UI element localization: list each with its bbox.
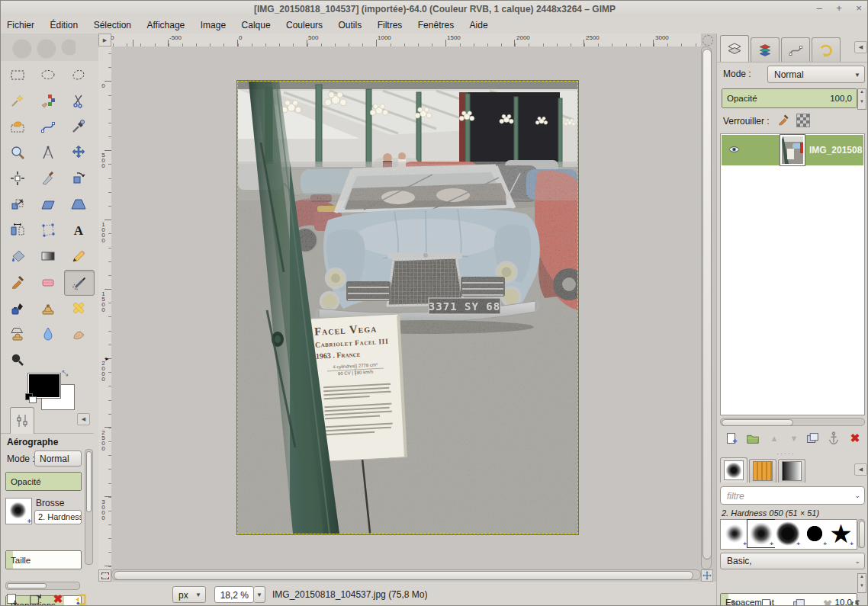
new-brush-button[interactable] bbox=[757, 596, 776, 606]
move-tool[interactable] bbox=[64, 140, 93, 165]
tab-layers[interactable] bbox=[720, 35, 749, 62]
gradient-tool[interactable] bbox=[34, 244, 63, 268]
zoom-follow-window-toggle[interactable] bbox=[702, 35, 713, 46]
layer-opacity-spinner[interactable]: ▲▼ bbox=[857, 88, 866, 110]
cage-transform-tool[interactable] bbox=[34, 218, 63, 242]
delete-layer-button[interactable]: ✖ bbox=[845, 430, 865, 447]
heal-tool[interactable] bbox=[64, 296, 93, 320]
pencil-tool[interactable] bbox=[64, 244, 93, 268]
menu-fichier[interactable]: Fichier bbox=[1, 18, 40, 30]
menu-aide[interactable]: Aide bbox=[464, 18, 494, 30]
tab-brushes[interactable] bbox=[720, 457, 747, 483]
brush-hardness-075[interactable]: + bbox=[774, 520, 801, 547]
edit-brush-button[interactable]: ✎ bbox=[725, 596, 744, 606]
tab-channels[interactable] bbox=[751, 37, 780, 62]
layer-thumbnail[interactable] bbox=[780, 135, 805, 165]
measure-tool[interactable] bbox=[34, 140, 63, 165]
image-canvas[interactable]: 3371 SY 68 Facel Vega Cabriolet Facel II… bbox=[111, 46, 701, 569]
paintbrush-tool[interactable] bbox=[3, 270, 32, 294]
opacity-slider[interactable]: Opacité bbox=[5, 472, 82, 491]
lower-layer-button[interactable]: ▼ bbox=[784, 430, 804, 447]
horizontal-ruler[interactable]: -1000 -500 0 500 1000 1500 2000 2500 300… bbox=[111, 34, 701, 47]
zoom-entry[interactable]: 18,2 % bbox=[214, 586, 254, 603]
navigation-button[interactable] bbox=[701, 569, 713, 582]
flip-tool[interactable] bbox=[3, 218, 32, 242]
collapse-left-dock-button[interactable]: ◀ bbox=[77, 413, 90, 425]
scale-tool[interactable] bbox=[3, 192, 32, 216]
spacing-spinner[interactable]: ▲▼ bbox=[857, 573, 866, 593]
menu-couleurs[interactable]: Couleurs bbox=[280, 18, 329, 30]
paths-tool[interactable] bbox=[34, 114, 63, 139]
brush-thumbnail-button[interactable]: + bbox=[5, 498, 32, 524]
refresh-brushes-button[interactable]: ↺ bbox=[845, 596, 865, 606]
layer-row[interactable]: IMG_20150818_1 bbox=[722, 135, 863, 165]
vertical-scrollbar-thumb[interactable] bbox=[702, 49, 712, 560]
menu-affichage[interactable]: Affichage bbox=[140, 18, 191, 30]
shear-tool[interactable] bbox=[34, 192, 63, 216]
size-slider[interactable]: Taille bbox=[5, 550, 82, 569]
zoom-tool[interactable] bbox=[3, 140, 32, 165]
fuzzy-select-tool[interactable] bbox=[3, 88, 32, 113]
menu-image[interactable]: Image bbox=[194, 18, 232, 30]
default-colors-icon[interactable] bbox=[25, 393, 37, 403]
layer-visibility-eye-icon[interactable] bbox=[728, 143, 741, 157]
brush-filter-input[interactable]: filtre ⌄ bbox=[720, 486, 865, 505]
duplicate-brush-button[interactable] bbox=[789, 596, 809, 606]
clone-tool[interactable] bbox=[34, 296, 63, 320]
perspective-tool[interactable] bbox=[64, 192, 93, 216]
unit-dropdown[interactable]: px ▼ bbox=[172, 586, 206, 603]
brush-hardness-100[interactable]: + bbox=[801, 520, 828, 547]
delete-tool-preset-button[interactable]: ✖ bbox=[48, 591, 68, 606]
select-by-color-tool[interactable] bbox=[34, 88, 63, 113]
color-picker-tool[interactable] bbox=[64, 114, 93, 139]
brush-category-dropdown[interactable]: Basic, ⌄ bbox=[720, 553, 865, 569]
dodge-burn-tool[interactable] bbox=[3, 348, 32, 372]
collapse-right-dock-button[interactable]: ◀ bbox=[854, 41, 867, 53]
layer-mode-dropdown[interactable]: Normal ▼ bbox=[767, 66, 865, 83]
layer-name[interactable]: IMG_20150818_1 bbox=[809, 145, 863, 156]
text-tool[interactable] bbox=[64, 218, 93, 242]
layer-list-hscrollbar[interactable] bbox=[720, 418, 865, 426]
maximize-button[interactable]: + bbox=[829, 1, 849, 16]
minimize-button[interactable]: – bbox=[809, 1, 829, 16]
horizontal-scrollbar[interactable] bbox=[111, 569, 701, 580]
menu-selection[interactable]: Sélection bbox=[88, 18, 137, 30]
crop-tool[interactable] bbox=[34, 166, 63, 191]
ink-tool[interactable] bbox=[3, 296, 32, 320]
reset-tool-options-button[interactable] bbox=[71, 591, 91, 606]
menu-calque[interactable]: Calque bbox=[236, 18, 277, 30]
tab-gradients[interactable] bbox=[778, 459, 805, 483]
swap-colors-icon[interactable]: ⤡ bbox=[62, 369, 68, 378]
ellipse-select-tool[interactable] bbox=[34, 63, 63, 87]
brush-name-entry[interactable]: 2. Hardness bbox=[34, 510, 82, 524]
tab-paths[interactable] bbox=[781, 37, 810, 62]
tab-undo-history[interactable] bbox=[812, 37, 841, 62]
menu-fenetres[interactable]: Fenêtres bbox=[412, 18, 460, 30]
rectangle-select-tool[interactable] bbox=[3, 63, 32, 87]
brush-star[interactable]: ★+ bbox=[828, 520, 854, 547]
tool-options-scrollbar[interactable] bbox=[85, 449, 93, 565]
free-select-tool[interactable] bbox=[64, 63, 93, 87]
tab-tool-options[interactable] bbox=[10, 407, 34, 434]
brush-grid-scrollbar[interactable] bbox=[857, 519, 865, 548]
anchor-layer-button[interactable] bbox=[824, 430, 844, 447]
perspective-clone-tool[interactable] bbox=[3, 322, 32, 346]
canvas-menu-button[interactable]: ▶ bbox=[98, 34, 111, 46]
tool-options-hscrollbar[interactable] bbox=[5, 582, 80, 590]
airbrush-tool[interactable] bbox=[64, 270, 95, 296]
delete-brush-button[interactable]: ✖ bbox=[818, 596, 837, 606]
close-button[interactable]: × bbox=[849, 1, 868, 16]
duplicate-layer-button[interactable] bbox=[802, 430, 822, 447]
rotate-tool[interactable] bbox=[64, 166, 93, 191]
smudge-tool[interactable] bbox=[64, 322, 93, 346]
mode-dropdown[interactable]: Normal bbox=[34, 450, 82, 467]
tab-patterns[interactable] bbox=[749, 459, 776, 483]
bucket-fill-tool[interactable] bbox=[3, 244, 32, 268]
lock-pixels-toggle[interactable] bbox=[776, 113, 792, 128]
collapse-brushes-dock-button[interactable]: ◀ bbox=[854, 463, 867, 476]
lock-alpha-toggle[interactable] bbox=[796, 114, 810, 127]
restore-tool-preset-button[interactable] bbox=[25, 591, 45, 606]
brush-hardness-050-selected[interactable]: + bbox=[747, 520, 774, 547]
foreground-select-tool[interactable] bbox=[3, 114, 32, 139]
titlebar[interactable]: [IMG_20150818_104537] (importée)-64.0 (C… bbox=[1, 1, 868, 18]
